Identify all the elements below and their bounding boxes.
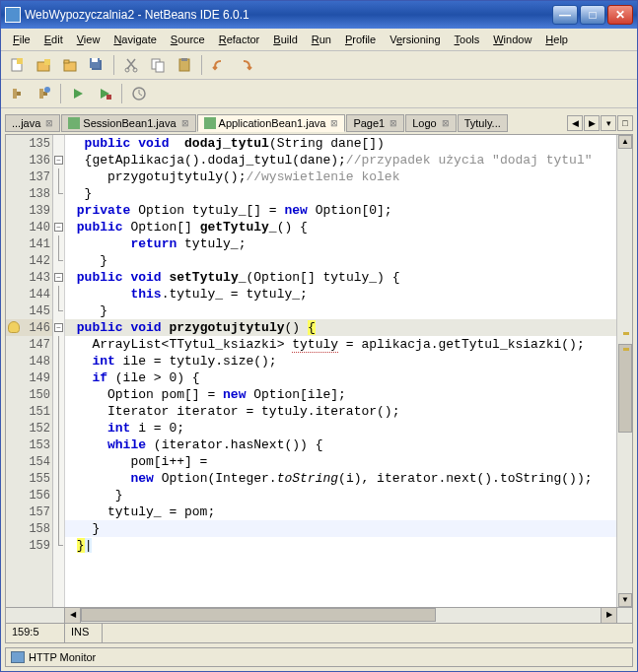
code-line[interactable]: pom[i++] = (65, 453, 632, 470)
build-button[interactable] (5, 82, 29, 105)
line-number[interactable]: 141 (6, 235, 52, 252)
fold-marker[interactable] (53, 202, 64, 219)
scroll-left-button[interactable]: ◀ (65, 608, 81, 623)
maximize-button[interactable]: □ (580, 5, 605, 25)
tab-scroll-left-button[interactable]: ◀ (567, 115, 583, 131)
code-line[interactable]: } (65, 302, 632, 319)
code-line[interactable]: } (65, 520, 632, 537)
code-line[interactable]: tytuly_ = pom; (65, 504, 632, 520)
tab-close-icon[interactable]: ⊠ (330, 118, 338, 128)
code-line[interactable]: public void setTytuly_(Option[] tytuly_)… (65, 269, 632, 286)
tab-overflow[interactable]: ...java⊠ (5, 114, 60, 132)
new-file-button[interactable] (5, 53, 29, 77)
scroll-down-button[interactable]: ▼ (618, 593, 632, 607)
tab-applicationbean[interactable]: ApplicationBean1.java⊠ (197, 114, 346, 132)
copy-button[interactable] (146, 53, 170, 77)
undo-button[interactable] (207, 53, 231, 77)
code-line[interactable]: } (65, 185, 632, 202)
tab-close-icon[interactable]: ⊠ (390, 118, 397, 128)
line-number[interactable]: 152 (6, 420, 52, 437)
close-button[interactable]: ✕ (607, 5, 633, 25)
line-number[interactable]: 136 (6, 152, 52, 168)
fold-marker[interactable]: − (53, 219, 64, 235)
clean-build-button[interactable] (32, 82, 55, 105)
code-line[interactable]: Iterator iterator = tytuly.iterator(); (65, 403, 632, 420)
code-line[interactable]: {getAplikacja().dodaj_tytul(dane);//przy… (65, 152, 632, 168)
menu-edit[interactable]: Edit (38, 32, 69, 47)
fold-marker[interactable]: − (53, 269, 64, 286)
line-number[interactable]: 142 (6, 252, 52, 269)
code-line[interactable]: } (65, 487, 632, 504)
line-number[interactable]: 145 (6, 302, 52, 319)
line-number[interactable]: 147 (6, 336, 52, 353)
tab-tytuly[interactable]: Tytuly... (458, 114, 508, 132)
http-monitor-panel[interactable]: HTTP Monitor (5, 647, 633, 667)
code-line[interactable]: } (65, 252, 632, 269)
open-button[interactable] (58, 53, 82, 77)
line-number[interactable]: 155 (6, 470, 52, 487)
code-line[interactable]: private Option tytuly_[] = new Option[0]… (65, 202, 632, 219)
line-number[interactable]: 150 (6, 386, 52, 403)
line-number[interactable]: 146 (6, 319, 52, 336)
line-number[interactable]: 154 (6, 453, 52, 470)
new-project-button[interactable] (32, 53, 55, 77)
code-line[interactable]: ArrayList<TTytul_ksiazki> tytuly = aplik… (65, 336, 632, 353)
menu-view[interactable]: View (71, 32, 106, 47)
code-line[interactable]: this.tytuly_ = tytuly_; (65, 286, 632, 302)
code-line[interactable]: Option pom[] = new Option[ile]; (65, 386, 632, 403)
debug-button[interactable] (93, 82, 116, 105)
code-line[interactable]: public void przygotujtytuly() { (65, 319, 632, 336)
tab-logo[interactable]: Logo⊠ (405, 114, 456, 132)
hscroll-thumb[interactable] (81, 608, 436, 622)
line-number[interactable]: 151 (6, 403, 52, 420)
vertical-scrollbar[interactable]: ▲ ▼ (616, 135, 632, 607)
fold-marker[interactable]: − (53, 319, 64, 336)
profile-button[interactable] (127, 82, 151, 105)
line-number[interactable]: 153 (6, 437, 52, 453)
line-number[interactable]: 137 (6, 168, 52, 185)
tab-maximize-button[interactable]: □ (617, 115, 633, 131)
fold-marker[interactable] (53, 135, 64, 152)
lightbulb-icon[interactable] (8, 321, 20, 333)
scroll-right-button[interactable]: ▶ (601, 608, 616, 623)
menu-refactor[interactable]: Refactor (213, 32, 266, 47)
scroll-up-button[interactable]: ▲ (618, 135, 632, 149)
menu-help[interactable]: Help (539, 32, 574, 47)
line-number[interactable]: 140 (6, 219, 52, 235)
tab-page1[interactable]: Page1⊠ (346, 114, 404, 132)
warning-marker[interactable] (623, 332, 629, 335)
code-line[interactable]: return tytuly_; (65, 235, 632, 252)
line-number[interactable]: 158 (6, 520, 52, 537)
line-number[interactable]: 159 (6, 537, 52, 554)
code-line[interactable]: int ile = tytuly.size(); (65, 353, 632, 370)
cut-button[interactable] (119, 53, 143, 77)
code-line[interactable]: int i = 0; (65, 420, 632, 437)
line-number[interactable]: 144 (6, 286, 52, 302)
fold-column[interactable]: −−−− (53, 135, 65, 607)
code-line[interactable]: public void dodaj_tytul(String dane[]) (65, 135, 632, 152)
save-all-button[interactable] (85, 53, 108, 77)
tab-close-icon[interactable]: ⊠ (442, 118, 450, 128)
redo-button[interactable] (234, 53, 257, 77)
line-number[interactable]: 135 (6, 135, 52, 152)
code-editor[interactable]: 1351361371381391401411421431441451461471… (5, 134, 633, 608)
hscroll-track[interactable] (81, 608, 601, 623)
line-number[interactable]: 157 (6, 504, 52, 520)
menu-run[interactable]: Run (306, 32, 337, 47)
warning-marker[interactable] (623, 348, 629, 351)
scroll-thumb[interactable] (618, 344, 632, 433)
paste-button[interactable] (173, 53, 196, 77)
line-number[interactable]: 143 (6, 269, 52, 286)
line-number[interactable]: 156 (6, 487, 52, 504)
code-line[interactable]: przygotujtytuly();//wyswietlenie kolek (65, 168, 632, 185)
menu-file[interactable]: File (7, 32, 36, 47)
menu-versioning[interactable]: Versioning (384, 32, 446, 47)
line-number-gutter[interactable]: 1351361371381391401411421431441451461471… (6, 135, 53, 607)
minimize-button[interactable]: — (552, 5, 578, 25)
code-line[interactable]: new Option(Integer.toString(i), iterator… (65, 470, 632, 487)
menu-build[interactable]: Build (267, 32, 303, 47)
tab-close-icon[interactable]: ⊠ (45, 118, 53, 128)
line-number[interactable]: 148 (6, 353, 52, 370)
horizontal-scrollbar[interactable]: ◀ ▶ (5, 608, 633, 624)
menu-source[interactable]: Source (165, 32, 211, 47)
